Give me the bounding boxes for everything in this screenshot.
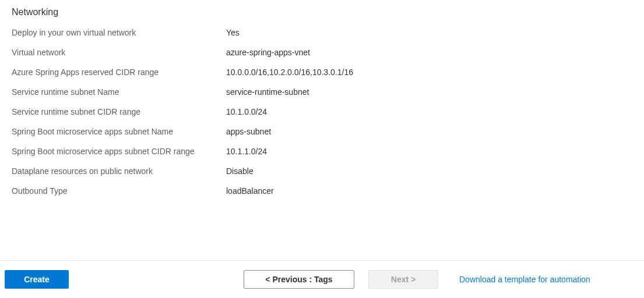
next-button: Next > bbox=[368, 270, 438, 289]
create-button[interactable]: Create bbox=[5, 270, 69, 289]
field-value: loadBalancer bbox=[226, 185, 274, 197]
field-virtual-network: Virtual network azure-spring-apps-vnet bbox=[12, 47, 632, 58]
field-value: 10.1.0.0/24 bbox=[226, 106, 267, 118]
field-label: Deploy in your own virtual network bbox=[12, 27, 226, 38]
field-value: Yes bbox=[226, 27, 240, 38]
field-value: service-runtime-subnet bbox=[226, 86, 309, 98]
field-deploy-vnet: Deploy in your own virtual network Yes bbox=[12, 27, 632, 38]
field-label: Spring Boot microservice apps subnet CID… bbox=[12, 146, 226, 157]
field-dataplane: Dataplane resources on public network Di… bbox=[12, 165, 632, 177]
field-apps-subnet-name: Spring Boot microservice apps subnet Nam… bbox=[12, 126, 632, 137]
field-label: Azure Spring Apps reserved CIDR range bbox=[12, 66, 226, 78]
field-value: apps-subnet bbox=[226, 126, 271, 137]
field-runtime-subnet-cidr: Service runtime subnet CIDR range 10.1.0… bbox=[12, 106, 632, 118]
field-cidr-range: Azure Spring Apps reserved CIDR range 10… bbox=[12, 66, 632, 78]
field-label: Service runtime subnet CIDR range bbox=[12, 106, 226, 118]
field-apps-subnet-cidr: Spring Boot microservice apps subnet CID… bbox=[12, 146, 632, 157]
section-title: Networking bbox=[12, 7, 632, 17]
field-outbound-type: Outbound Type loadBalancer bbox=[12, 185, 632, 197]
wizard-footer: Create < Previous : Tags Next > Download… bbox=[0, 260, 644, 298]
field-label: Dataplane resources on public network bbox=[12, 165, 226, 177]
field-label: Service runtime subnet Name bbox=[12, 86, 226, 98]
field-label: Spring Boot microservice apps subnet Nam… bbox=[12, 126, 226, 137]
field-label: Outbound Type bbox=[12, 185, 226, 197]
field-value: 10.1.1.0/24 bbox=[226, 146, 267, 157]
field-value: azure-spring-apps-vnet bbox=[226, 47, 310, 58]
field-value: 10.0.0.0/16,10.2.0.0/16,10.3.0.1/16 bbox=[226, 66, 353, 78]
field-label: Virtual network bbox=[12, 47, 226, 58]
download-template-link[interactable]: Download a template for automation bbox=[459, 275, 590, 284]
previous-button[interactable]: < Previous : Tags bbox=[244, 270, 354, 289]
networking-section: Networking Deploy in your own virtual ne… bbox=[0, 0, 644, 197]
nav-buttons: < Previous : Tags Next > bbox=[244, 270, 438, 289]
field-value: Disable bbox=[226, 165, 254, 177]
field-runtime-subnet-name: Service runtime subnet Name service-runt… bbox=[12, 86, 632, 98]
